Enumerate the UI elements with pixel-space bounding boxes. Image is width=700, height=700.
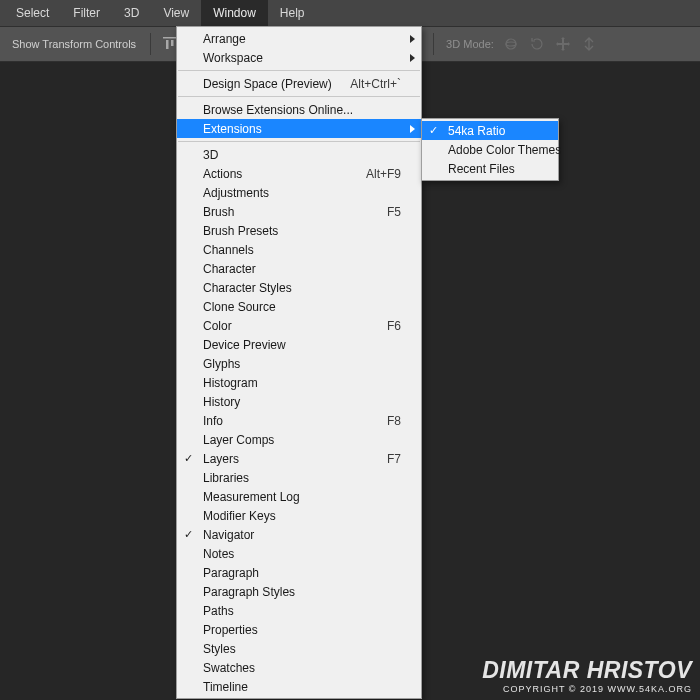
- menu-item-paths[interactable]: Paths: [177, 601, 421, 620]
- menu-item-swatches[interactable]: Swatches: [177, 658, 421, 677]
- menubar-item-window[interactable]: Window: [201, 0, 268, 26]
- extensions-submenu: ✓54ka RatioAdobe Color ThemesRecent File…: [421, 118, 559, 181]
- menu-item-label: Design Space (Preview): [203, 77, 350, 91]
- menu-separator: [178, 70, 420, 71]
- orbit-icon[interactable]: [501, 34, 521, 54]
- menu-item-libraries[interactable]: Libraries: [177, 468, 421, 487]
- menu-item-layer-comps[interactable]: Layer Comps: [177, 430, 421, 449]
- menu-item-modifier-keys[interactable]: Modifier Keys: [177, 506, 421, 525]
- menu-item-adjustments[interactable]: Adjustments: [177, 183, 421, 202]
- menu-item-paragraph[interactable]: Paragraph: [177, 563, 421, 582]
- menu-item-shortcut: F6: [387, 319, 401, 333]
- menu-item-styles[interactable]: Styles: [177, 639, 421, 658]
- menu-item-label: Histogram: [203, 376, 401, 390]
- menu-item-label: Actions: [203, 167, 366, 181]
- pan-icon[interactable]: [553, 34, 573, 54]
- 3d-mode-label: 3D Mode:: [446, 38, 494, 50]
- menu-item-character[interactable]: Character: [177, 259, 421, 278]
- menu-item-label: Navigator: [203, 528, 401, 542]
- submenu-item-recent-files[interactable]: Recent Files: [422, 159, 558, 178]
- show-transform-controls-label[interactable]: Show Transform Controls: [4, 38, 144, 50]
- menu-item-label: Notes: [203, 547, 401, 561]
- submenu-item-54ka-ratio[interactable]: ✓54ka Ratio: [422, 121, 558, 140]
- menubar-item-3d[interactable]: 3D: [112, 0, 151, 26]
- menu-item-label: Glyphs: [203, 357, 401, 371]
- menu-item-design-space-preview-[interactable]: Design Space (Preview)Alt+Ctrl+`: [177, 74, 421, 93]
- menu-item-label: History: [203, 395, 401, 409]
- menu-item-navigator[interactable]: ✓Navigator: [177, 525, 421, 544]
- menu-item-arrange[interactable]: Arrange: [177, 29, 421, 48]
- menu-item-channels[interactable]: Channels: [177, 240, 421, 259]
- menu-item-label: Layers: [203, 452, 387, 466]
- menubar-item-select[interactable]: Select: [4, 0, 61, 26]
- menu-item-shortcut: Alt+Ctrl+`: [350, 77, 401, 91]
- menu-item-label: Color: [203, 319, 387, 333]
- menu-item-label: Paragraph Styles: [203, 585, 401, 599]
- menu-item-extensions[interactable]: Extensions: [177, 119, 421, 138]
- menubar-item-help[interactable]: Help: [268, 0, 317, 26]
- menu-item-character-styles[interactable]: Character Styles: [177, 278, 421, 297]
- svg-point-27: [506, 42, 516, 46]
- menu-item-label: Workspace: [203, 51, 401, 65]
- menu-item-info[interactable]: InfoF8: [177, 411, 421, 430]
- rotate-icon[interactable]: [527, 34, 547, 54]
- menu-item-label: Brush: [203, 205, 387, 219]
- menu-item-label: Device Preview: [203, 338, 401, 352]
- menu-item-label: 3D: [203, 148, 401, 162]
- menu-item-histogram[interactable]: Histogram: [177, 373, 421, 392]
- menu-item-shortcut: F7: [387, 452, 401, 466]
- menu-item-timeline[interactable]: Timeline: [177, 677, 421, 696]
- menu-item-label: Modifier Keys: [203, 509, 401, 523]
- submenu-arrow-icon: [410, 35, 415, 43]
- menu-item-label: Clone Source: [203, 300, 401, 314]
- divider: [433, 33, 434, 55]
- window-menu: ArrangeWorkspaceDesign Space (Preview)Al…: [176, 26, 422, 699]
- menu-item-label: Paragraph: [203, 566, 401, 580]
- menu-item-label: Character Styles: [203, 281, 401, 295]
- menu-item-shortcut: F8: [387, 414, 401, 428]
- submenu-item-label: Adobe Color Themes: [448, 143, 561, 157]
- menu-item-label: Swatches: [203, 661, 401, 675]
- menu-item-properties[interactable]: Properties: [177, 620, 421, 639]
- divider: [150, 33, 151, 55]
- menu-item-history[interactable]: History: [177, 392, 421, 411]
- menu-item-clone-source[interactable]: Clone Source: [177, 297, 421, 316]
- menu-item-label: Browse Extensions Online...: [203, 103, 401, 117]
- menu-item-brush-presets[interactable]: Brush Presets: [177, 221, 421, 240]
- menu-item-label: Layer Comps: [203, 433, 401, 447]
- menu-item-color[interactable]: ColorF6: [177, 316, 421, 335]
- menu-item-label: Arrange: [203, 32, 401, 46]
- svg-rect-2: [171, 40, 174, 46]
- menu-item-workspace[interactable]: Workspace: [177, 48, 421, 67]
- menu-item-brush[interactable]: BrushF5: [177, 202, 421, 221]
- check-icon: ✓: [184, 452, 193, 465]
- menu-item-layers[interactable]: ✓LayersF7: [177, 449, 421, 468]
- menu-item-measurement-log[interactable]: Measurement Log: [177, 487, 421, 506]
- menu-item-label: Paths: [203, 604, 401, 618]
- menu-item-browse-extensions-online-[interactable]: Browse Extensions Online...: [177, 100, 421, 119]
- menu-item-label: Timeline: [203, 680, 401, 694]
- menu-item-actions[interactable]: ActionsAlt+F9: [177, 164, 421, 183]
- svg-rect-0: [163, 37, 177, 39]
- menubar-item-filter[interactable]: Filter: [61, 0, 112, 26]
- menu-item-label: Properties: [203, 623, 401, 637]
- menu-item-shortcut: Alt+F9: [366, 167, 401, 181]
- menu-separator: [178, 96, 420, 97]
- menu-item-3d[interactable]: 3D: [177, 145, 421, 164]
- menu-item-label: Libraries: [203, 471, 401, 485]
- menu-item-notes[interactable]: Notes: [177, 544, 421, 563]
- check-icon: ✓: [429, 124, 438, 137]
- menu-item-shortcut: F5: [387, 205, 401, 219]
- menu-item-label: Measurement Log: [203, 490, 401, 504]
- menu-item-paragraph-styles[interactable]: Paragraph Styles: [177, 582, 421, 601]
- menubar-item-view[interactable]: View: [151, 0, 201, 26]
- menu-item-label: Adjustments: [203, 186, 401, 200]
- menu-item-device-preview[interactable]: Device Preview: [177, 335, 421, 354]
- submenu-item-label: Recent Files: [448, 162, 538, 176]
- menu-item-glyphs[interactable]: Glyphs: [177, 354, 421, 373]
- check-icon: ✓: [184, 528, 193, 541]
- menu-item-label: Brush Presets: [203, 224, 401, 238]
- slide-icon[interactable]: [579, 34, 599, 54]
- submenu-item-adobe-color-themes[interactable]: Adobe Color Themes: [422, 140, 558, 159]
- menu-item-label: Character: [203, 262, 401, 276]
